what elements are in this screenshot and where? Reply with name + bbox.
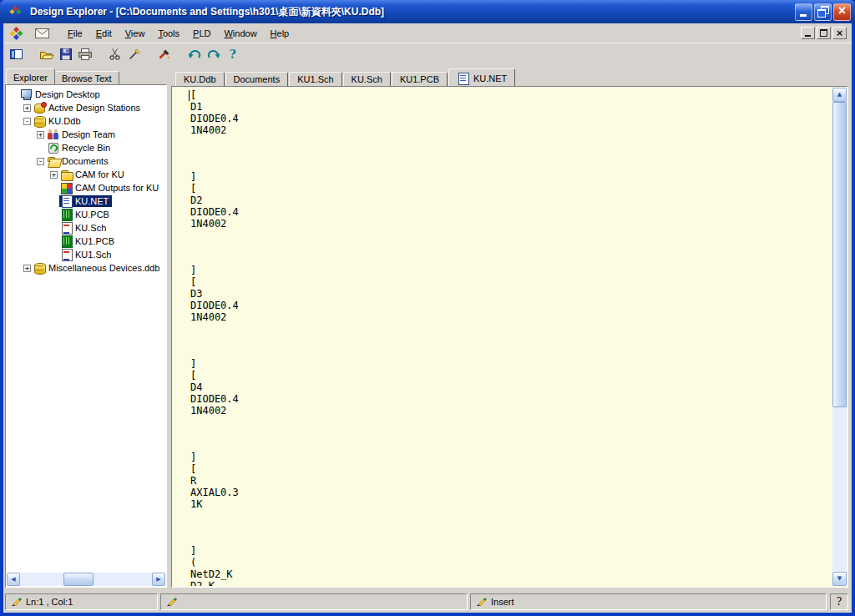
document-close-button[interactable] [832,27,847,39]
tree-item-label: Miscellaneous Devices.ddb [47,262,162,274]
scroll-thumb-horizontal[interactable] [63,573,94,586]
tree-item-recycle-bin[interactable]: Recycle Bin [8,141,165,154]
minimize-button[interactable] [795,3,812,21]
doc-tab-label: KU1.Sch [297,74,333,84]
scroll-thumb-vertical[interactable] [832,102,847,407]
document-restore-button[interactable] [817,27,831,39]
tree-expand-spacer [48,235,59,248]
tree-indent [8,248,48,261]
print-button[interactable] [75,45,94,63]
restore-button[interactable] [814,3,832,21]
undo-button[interactable] [185,45,204,63]
menu-pld[interactable]: PLD [186,26,217,41]
open-button[interactable] [37,45,56,63]
wand-button[interactable] [154,45,174,63]
editor-vertical-scrollbar[interactable]: ▲ ▼ [832,88,847,586]
tree-area: Design Desktop+Active Design Stations-KU… [5,84,167,588]
tree-item-label: Design Desktop [33,88,103,100]
ddb-icon [33,115,47,127]
expand-box-glyph: - [23,118,31,125]
doc-tab-ku-net[interactable]: KU.NET [448,68,515,86]
tree-item-active-design-stations[interactable]: +Active Design Stations [8,101,165,114]
sch-icon [60,222,73,234]
menu-bar: FileEditViewToolsPLDWindowHelp [3,23,852,43]
scroll-right-button[interactable]: ▶ [152,573,165,586]
tree-expand-spacer [48,194,59,208]
left-arrow-icon: ◀ [11,577,15,583]
status-cell [160,593,468,610]
status-help-button[interactable]: ? [830,593,848,610]
tree-item-ku-net[interactable]: KU.NET [8,194,165,208]
tree-item-cam-for-ku[interactable]: +CAM for KU [8,168,165,181]
scroll-left-button[interactable]: ◀ [7,573,20,586]
save-button[interactable] [56,45,75,63]
pencil-icon [165,596,177,606]
collapse-icon[interactable]: - [22,114,33,128]
menu-help[interactable]: Help [264,26,296,41]
tree-indent [8,261,22,275]
save-icon [60,48,72,60]
envelope-icon[interactable] [35,28,49,38]
menu-tools[interactable]: Tools [151,26,186,41]
tree-indent [8,141,35,154]
doc-tab-ku-sch[interactable]: KU.Sch [343,72,391,86]
close-button[interactable] [833,3,851,21]
draw-line-button[interactable] [124,45,144,63]
tree-item-ku1-sch[interactable]: KU1.Sch [8,248,165,261]
client-icon-glyph [9,27,23,40]
down-arrow-icon: ▼ [837,576,842,582]
tree-item-cam-outputs-for-ku[interactable]: CAM Outputs for KU [8,181,165,194]
pcb-icon [60,209,73,220]
tree-item-miscellaneous-devices-ddb[interactable]: +Miscellaneous Devices.ddb [8,261,165,275]
scroll-down-button[interactable]: ▼ [832,572,847,586]
tree-item-documents[interactable]: -Documents [8,154,165,168]
tab-explorer[interactable]: Explorer [6,68,55,84]
tab-browse-text[interactable]: Browse Text [54,71,119,84]
scroll-track-vertical[interactable] [832,102,847,572]
document-minimize-button[interactable] [801,27,815,39]
envelope-icon-glyph [35,28,49,38]
cut-icon [109,48,120,60]
undo-icon [188,48,201,60]
tree-item-design-team[interactable]: +Design Team [8,128,165,141]
redo-button[interactable] [204,45,223,63]
help-icon: ? [229,48,235,61]
scroll-up-button[interactable]: ▲ [832,88,847,102]
help-button[interactable]: ? [223,45,242,63]
pencil-icon [10,596,22,606]
tree-indent [8,194,48,208]
expand-box-glyph: + [50,171,58,179]
menu-file[interactable]: File [61,26,89,41]
expand-icon[interactable]: + [22,101,33,114]
doc-tab-documents[interactable]: Documents [225,72,289,86]
tree-item-content: Active Design Stations [33,102,144,114]
tree-item-ku-pcb[interactable]: KU.PCB [8,208,165,221]
menu-view[interactable]: View [119,26,152,41]
menu-edit[interactable]: Edit [89,26,119,41]
editor-content[interactable]: [ D1 DIODE0.4 1N4002 ] [ D2 DIODE0.4 1N4… [173,88,832,586]
tree-horizontal-scrollbar[interactable]: ◀ ▶ [7,573,165,586]
doc-tab-ku-ddb[interactable]: KU.Ddb [175,72,225,86]
tree-item-label: Design Team [60,129,118,140]
cut-button[interactable] [105,45,124,63]
expand-icon[interactable]: + [35,128,46,141]
menu-window[interactable]: Window [217,26,263,41]
tree-item-ku-ddb[interactable]: -KU.Ddb [8,114,165,128]
tree-item-content: CAM Outputs for KU [59,182,162,194]
expand-icon[interactable]: + [22,261,33,275]
tree-item-design-desktop[interactable]: Design Desktop [8,88,165,101]
expand-box-glyph: + [23,265,31,272]
toolbar-separator [174,45,185,63]
doc-tab-ku1-sch[interactable]: KU1.Sch [289,72,341,86]
collapse-icon[interactable]: - [35,154,46,168]
expand-icon[interactable]: + [48,168,59,181]
text-caret [189,90,190,101]
mdi-controls [801,27,849,39]
toolbar-separator [26,45,37,63]
tree-item-ku-sch[interactable]: KU.Sch [8,221,165,235]
tree-item-content: KU.Ddb [33,115,84,127]
doc-tab-ku1-pcb[interactable]: KU1.PCB [392,72,448,86]
tree-item-ku1-pcb[interactable]: KU1.PCB [8,235,165,248]
scroll-track-horizontal[interactable] [20,573,152,586]
toggle-panels-button[interactable] [7,45,26,63]
